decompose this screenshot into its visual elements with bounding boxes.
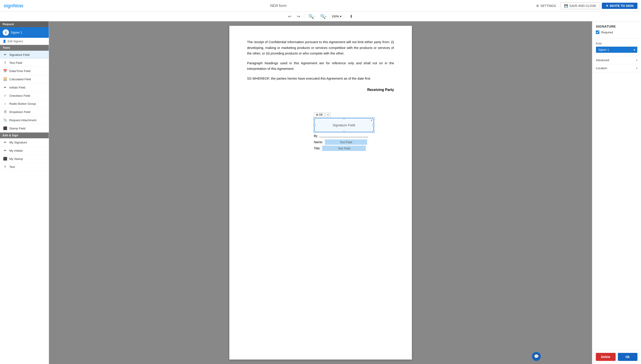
download-icon: ⬇	[350, 14, 353, 19]
title-label: Title:	[314, 146, 321, 150]
redo-button[interactable]: ↪	[295, 13, 302, 20]
sidebar-item-label: Dropdown Field	[9, 110, 31, 114]
resize-handle-tl[interactable]	[313, 118, 315, 119]
move-icon: ⊕	[316, 113, 318, 116]
sidebar-item-calculated-field[interactable]: 🧮 Calculated Field	[0, 75, 49, 84]
doc-title: NDA form	[27, 4, 530, 8]
sidebar-item-signature-field[interactable]: ✒ Signature Field	[0, 51, 49, 59]
sidebar-item-stamp-field[interactable]: ⬛ Stamp Field	[0, 124, 49, 132]
sidebar-item-text-field[interactable]: T Text Field	[0, 59, 49, 67]
title-row: Title: Text Field	[314, 146, 374, 151]
calculator-icon: 🧮	[3, 77, 7, 81]
chevron-down-icon: ▾	[636, 67, 637, 70]
undo-button[interactable]: ↩	[286, 13, 294, 20]
required-row: Required	[596, 30, 637, 34]
resize-handle-bl[interactable]	[313, 131, 315, 133]
panel-bottom-actions: Delete Ok	[592, 350, 641, 364]
dropdown-icon: ☰	[3, 110, 7, 114]
resize-handle-tr[interactable]	[373, 118, 374, 119]
paragraph-2: Paragraph headings used in this Agreemen…	[247, 60, 394, 72]
resize-handle-br[interactable]	[373, 131, 374, 133]
undo-icon: ↩	[288, 14, 291, 19]
delete-button[interactable]: Delete	[596, 353, 616, 361]
download-button[interactable]: ⬇	[347, 13, 355, 20]
calendar-icon: 📅	[3, 69, 7, 73]
sidebar-item-label: Date/Time Field	[9, 70, 31, 73]
zoom-level-select[interactable]: 150% ▾	[330, 14, 343, 19]
sidebar-item-request-attachment[interactable]: 📎 Request Attachment	[0, 116, 49, 124]
panel-spacer	[592, 72, 641, 350]
chat-button[interactable]: 💬	[532, 352, 541, 361]
sidebar-item-label: Request Attachment	[9, 118, 37, 122]
logo-text: signNow	[4, 3, 23, 8]
document-area: The receipt of Confidential Information …	[49, 21, 592, 364]
role-select[interactable]: Signer 1	[596, 46, 637, 53]
my-stamp-icon: ⬛	[3, 157, 7, 161]
tools-section-header: Tools	[0, 45, 49, 51]
person-icon: 👤	[3, 40, 6, 43]
settings-button[interactable]: ⚙ SETTINGS	[533, 3, 559, 9]
gear-icon: ⚙	[536, 4, 539, 8]
resize-handle-mr[interactable]	[373, 124, 374, 126]
invite-icon: ✈	[606, 4, 608, 8]
resize-handle-bm[interactable]	[343, 131, 345, 133]
sidebar-item-datetime-field[interactable]: 📅 Date/Time Field	[0, 67, 49, 75]
paragraph-3: SS WHEREOF, the parties hereto have exec…	[247, 76, 394, 82]
my-initials-icon: ✒	[3, 148, 7, 152]
toolbar-divider2	[345, 14, 346, 19]
zoom-out-button[interactable]: 🔍 −	[306, 12, 317, 20]
text2-icon: T	[3, 165, 7, 169]
topbar: signNow NDA form ⚙ SETTINGS 💾 SAVE AND C…	[0, 0, 641, 12]
sidebar-item-dropdown-field[interactable]: ☰ Dropdown Field	[0, 108, 49, 116]
chevron-down-icon: ▾	[340, 15, 342, 18]
name-label: Name:	[314, 140, 323, 144]
receiving-party: Receiving Party	[247, 88, 394, 92]
sig-close-button[interactable]: ×	[326, 112, 330, 117]
text-icon: T	[3, 61, 7, 65]
sidebar-item-label: Stamp Field	[9, 127, 25, 130]
location-label: Location	[596, 66, 607, 70]
signature-title: SIGNATURE	[596, 24, 637, 28]
sidebar-item-label: Text	[9, 165, 15, 168]
initials-icon: ✒	[3, 86, 7, 90]
sidebar-item-my-signature[interactable]: ✒ My Signature	[0, 138, 49, 146]
resize-handle-tm[interactable]	[343, 118, 345, 119]
signer-row[interactable]: S Signer 1	[0, 27, 49, 38]
sidebar-item-label: Radio Button Group	[9, 102, 36, 106]
signature-icon: ✒	[3, 53, 7, 57]
location-collapsible[interactable]: Location ▾	[592, 64, 641, 72]
ok-button[interactable]: Ok	[618, 353, 638, 361]
logo: signNow	[4, 3, 23, 9]
sidebar-item-radio-button-group[interactable]: ○ Radio Button Group	[0, 100, 49, 108]
resize-handle-ml[interactable]	[313, 124, 315, 126]
signature-field-label: Signature Field	[333, 123, 355, 127]
my-signature-icon: ✒	[3, 140, 7, 144]
advanced-collapsible[interactable]: Advanced ▾	[592, 56, 641, 64]
sidebar-item-label: My Stamp	[9, 157, 23, 160]
signature-field-box[interactable]: * Signature Field	[314, 118, 374, 132]
stamp-icon: ⬛	[3, 126, 7, 130]
sidebar-item-initials-field[interactable]: ✒ Initials Field	[0, 84, 49, 92]
edit-signers-button[interactable]: 👤 Edit Signers	[0, 38, 49, 45]
sidebar-item-my-stamp[interactable]: ⬛ My Stamp	[0, 155, 49, 163]
document-text: The receipt of Confidential Information …	[247, 39, 394, 81]
save-and-close-button[interactable]: 💾 SAVE AND CLOSE	[560, 2, 600, 9]
sidebar-item-text[interactable]: T Text	[0, 163, 49, 171]
name-text-field[interactable]: Text Field	[325, 140, 367, 145]
zoom-level-value: 150%	[332, 15, 339, 18]
sig-move-button[interactable]: ⊕ OK	[314, 112, 325, 117]
right-panel: SIGNATURE Required Role Signer 1 ▾ Advan…	[592, 21, 641, 364]
zoom-in-button[interactable]: 🔍 +	[318, 12, 329, 20]
sidebar-item-label: Signature Field	[9, 53, 30, 56]
required-checkbox[interactable]	[596, 30, 599, 34]
sidebar-item-my-initials[interactable]: ✒ My Initials	[0, 146, 49, 155]
toolbar-divider	[304, 14, 304, 19]
sidebar-item-checkbox-field[interactable]: ✓ Checkbox Field	[0, 92, 49, 100]
invite-to-sign-button[interactable]: ✈ INVITE TO SIGN	[602, 3, 637, 9]
signature-field-container: ⊕ OK × * Signature Field	[314, 112, 374, 151]
required-asterisk: *	[371, 119, 372, 123]
title-text-field[interactable]: Text Field	[322, 146, 366, 151]
sidebar-item-label: My Signature	[9, 141, 27, 144]
request-section-header: Request	[0, 21, 49, 27]
avatar: S	[3, 29, 9, 36]
